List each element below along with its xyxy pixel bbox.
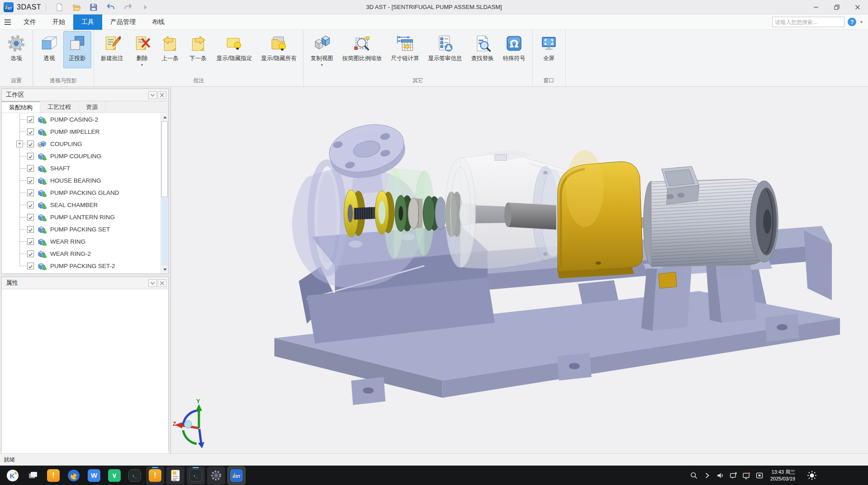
visibility-checkbox[interactable]	[27, 153, 34, 160]
taskbar-app-settings-icon[interactable]	[207, 466, 225, 485]
help-button[interactable]: ?	[848, 18, 856, 26]
search-box[interactable]	[772, 17, 844, 27]
restore-button[interactable]	[826, 0, 847, 14]
scroll-up-button[interactable]	[161, 113, 168, 121]
open-file-icon[interactable]	[71, 2, 82, 13]
tree-item-house-bearing[interactable]: HOUSE BEARING	[2, 174, 168, 187]
menu-tab-product-management[interactable]: 产品管理	[102, 14, 144, 30]
tree-item-pump-packing-gland[interactable]: PUMP PACKING GLAND	[2, 187, 168, 199]
orientation-gizmo[interactable]: Z Y	[173, 398, 204, 448]
viewport-3d[interactable]: Z Y	[171, 87, 868, 453]
search-input[interactable]	[775, 19, 845, 25]
scrollbar-thumb[interactable]	[161, 121, 168, 197]
ribbon-button-show-hide-all[interactable]: 显示/隐藏所有	[256, 31, 301, 68]
minimize-button[interactable]	[806, 0, 826, 14]
ribbon-button-delete[interactable]: 删除▾	[128, 31, 156, 68]
tree-item-pump-packing-set[interactable]: PUMP PACKING SET	[2, 223, 168, 235]
ribbon-button-sign-review-info[interactable]: 显示签审信息	[424, 31, 467, 68]
help-dropdown-icon[interactable]: ▼	[859, 20, 863, 24]
visibility-checkbox[interactable]	[27, 214, 34, 221]
ribbon-button-special-symbol[interactable]: Ω特殊符号	[498, 31, 530, 68]
visibility-checkbox[interactable]	[27, 116, 34, 123]
brightness-icon[interactable]	[807, 470, 817, 481]
close-panel-button[interactable]	[158, 279, 166, 287]
taskbar-app-orange-alert-2-icon[interactable]: !	[146, 466, 164, 485]
menu-tab-home[interactable]: 开始	[44, 14, 73, 30]
taskbar-start-icon[interactable]: K	[4, 466, 22, 485]
visibility-checkbox[interactable]	[27, 263, 34, 269]
tree-item-pump-impeller[interactable]: PUMP IMPELLER	[2, 126, 168, 138]
ribbon-button-show-hide-selected[interactable]: 显示/隐藏指定	[212, 31, 256, 68]
workspace-tab-assembly-structure[interactable]: 装配结构	[2, 101, 40, 113]
taskbar-app-orange-alert-icon[interactable]: !	[44, 466, 62, 485]
scroll-down-button[interactable]	[161, 266, 168, 273]
visibility-checkbox[interactable]	[27, 202, 34, 208]
save-file-icon[interactable]	[88, 2, 99, 13]
visibility-checkbox[interactable]	[27, 250, 34, 257]
ribbon-button-new-annotation[interactable]: 新建批注	[96, 31, 128, 68]
visibility-checkbox[interactable]	[27, 165, 34, 172]
coupling-shaft[interactable]	[505, 202, 557, 230]
taskbar-clock[interactable]: 13:43 周三 2025/03/19	[770, 469, 795, 482]
ribbon-button-dimension-chain[interactable]: 尺寸链计算	[386, 31, 424, 68]
tree-item-pump-coupling[interactable]: PUMP COUPLING	[2, 150, 168, 162]
dropdown-arrow-icon[interactable]: ▾	[321, 63, 323, 67]
ribbon-button-perspective[interactable]: 透视	[35, 31, 63, 68]
menu-tab-tools[interactable]: 工具	[73, 14, 102, 30]
pump-assembly-scene[interactable]: Z Y	[171, 87, 868, 453]
visibility-checkbox[interactable]	[27, 226, 34, 233]
ribbon-button-zoom-by-diagram[interactable]: 按简图比例缩放	[338, 31, 387, 68]
close-panel-button[interactable]	[158, 91, 166, 99]
visibility-checkbox[interactable]	[27, 128, 34, 135]
tray-search-icon[interactable]	[690, 471, 698, 480]
tree-item-shaft[interactable]: SHAFT	[2, 162, 168, 174]
taskbar-app-green-chat-icon[interactable]: ∨	[105, 466, 123, 485]
ribbon-button-orthographic[interactable]: 正投影	[63, 31, 91, 68]
tray-chat-icon[interactable]	[729, 471, 737, 480]
ribbon-button-fullscreen[interactable]: 全屏	[535, 31, 563, 68]
collapse-panel-button[interactable]	[148, 91, 157, 99]
workspace-tab-resources[interactable]: 资源	[79, 101, 105, 113]
collapse-panel-button[interactable]	[148, 279, 157, 287]
motor[interactable]	[640, 166, 778, 279]
taskbar-app-wps-icon[interactable]: W	[85, 466, 103, 485]
more-actions-icon[interactable]	[140, 2, 151, 13]
dropdown-arrow-icon[interactable]: ▾	[141, 63, 143, 67]
workspace-tab-process[interactable]: 工艺过程	[40, 101, 79, 113]
tray-screen-share-icon[interactable]	[742, 471, 750, 480]
visibility-checkbox[interactable]	[27, 189, 34, 196]
hamburger-menu-icon[interactable]	[5, 19, 11, 25]
tree-item-coupling[interactable]: +COUPLING	[2, 138, 168, 150]
taskbar-app-3dast-icon[interactable]: ST	[227, 466, 245, 485]
ribbon-button-options[interactable]: 选项	[2, 31, 30, 68]
wear-ring-2[interactable]	[375, 191, 395, 234]
tray-chevron-icon[interactable]	[703, 471, 711, 480]
visibility-checkbox[interactable]	[27, 238, 34, 245]
close-button[interactable]	[847, 0, 868, 14]
taskbar-app-terminal-2-icon[interactable]: ›_	[187, 466, 205, 485]
tree-item-wear-ring-2[interactable]: WEAR RING-2	[2, 248, 168, 260]
ribbon-button-previous[interactable]: 上一条	[156, 31, 184, 68]
menu-tab-file[interactable]: 文件	[15, 14, 44, 30]
tree-item-pump-lantern-ring[interactable]: PUMP LANTERN RING	[2, 211, 168, 223]
scrollbar-track[interactable]	[161, 198, 168, 266]
tray-input-method-icon[interactable]	[755, 471, 764, 480]
menu-tab-routing[interactable]: 布线	[144, 14, 173, 30]
undo-icon[interactable]	[105, 2, 116, 13]
new-file-icon[interactable]	[54, 2, 65, 13]
ribbon-button-find-replace[interactable]: 查找替换	[467, 31, 498, 68]
expand-icon[interactable]: +	[16, 141, 23, 147]
visibility-checkbox[interactable]	[27, 141, 34, 147]
taskbar-app-blue-pet-icon[interactable]	[65, 466, 83, 485]
taskbar-app-terminal-icon[interactable]: ›_	[126, 466, 144, 485]
tree-item-pump-casing-2[interactable]: PUMP CASING-2	[2, 113, 168, 126]
visibility-checkbox[interactable]	[27, 177, 34, 184]
tree-scrollbar[interactable]	[160, 113, 168, 273]
ribbon-button-copy-view[interactable]: 复制视图▾	[306, 31, 338, 68]
tray-volume-icon[interactable]	[716, 471, 724, 480]
tree-item-wear-ring[interactable]: WEAR RING	[2, 235, 168, 248]
redo-icon[interactable]	[123, 2, 133, 13]
ribbon-button-next[interactable]: 下一条	[184, 31, 212, 68]
tree-item-seal-chamber[interactable]: SEAL CHAMBER	[2, 199, 168, 211]
tree-item-pump-packing-set-2[interactable]: PUMP PACKING SET-2	[2, 260, 168, 272]
